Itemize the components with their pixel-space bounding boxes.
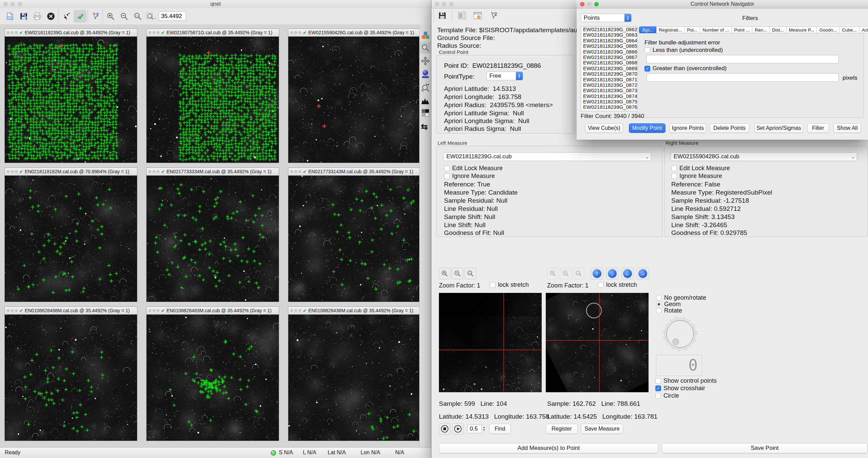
tab-registration[interactable]: Registrati...	[656, 26, 684, 33]
show-crosshair-checkbox[interactable]: ✓Show crosshair	[655, 385, 705, 392]
save-network-button[interactable]	[18, 10, 30, 22]
no-geom-radio[interactable]: No geom/rotate	[656, 294, 706, 301]
tab-point[interactable]: Poi...	[685, 26, 700, 33]
qnet-titlebar[interactable]: qnet	[0, 0, 431, 8]
whats-this-button[interactable]: ?	[488, 9, 500, 22]
close-network-button[interactable]	[45, 10, 57, 22]
band-selection-button[interactable]	[421, 31, 430, 41]
less-than-checkbox[interactable]: Less than (undercontrolled)	[644, 47, 723, 54]
tab-distance[interactable]: Dist...	[770, 26, 787, 33]
geom-radio[interactable]: Geom	[656, 301, 681, 308]
blink-stop-button[interactable]	[439, 423, 450, 435]
right-ignore-checkbox[interactable]: Ignore Measure	[671, 173, 722, 180]
save-point-toolbar-button[interactable]	[436, 9, 448, 22]
point-list-item[interactable]: EW0218118239G_0862	[581, 27, 637, 32]
tab-number-of[interactable]: Number of ...	[700, 26, 732, 33]
minimize-button[interactable]	[442, 2, 446, 6]
whats-this-button[interactable]: ?	[90, 10, 102, 22]
point-list-item[interactable]: EW0218118239G_0875	[581, 99, 637, 104]
point-list-item[interactable]: EW0218118239G_0868	[581, 60, 637, 65]
nudge-up-button[interactable]: ↑	[591, 268, 603, 279]
zoom-window-button[interactable]	[449, 2, 454, 6]
navigator-mode-select[interactable]: Points ▲▼	[581, 14, 632, 22]
find-button[interactable]: Find	[489, 424, 511, 434]
stats-tool-button[interactable]	[421, 108, 430, 119]
rotation-dial[interactable]	[658, 314, 702, 355]
qnet-window-controls[interactable]	[3, 2, 22, 6]
zoom-window-button[interactable]	[18, 2, 22, 6]
point-editor-button[interactable]	[61, 10, 73, 22]
minimize-button[interactable]	[587, 2, 592, 6]
left-chip-zoom-out-button[interactable]	[452, 268, 463, 279]
point-list-item[interactable]: EW0218118239G_0876	[581, 104, 637, 110]
register-button[interactable]: Register	[546, 424, 578, 434]
close-button[interactable]	[580, 2, 584, 6]
point-list-item[interactable]: EW0218118239G_0870	[581, 71, 637, 77]
blink-rate-spinner[interactable]: 0.5 ▲▼	[467, 424, 485, 433]
zoom-fit-button[interactable]: ⌄	[144, 10, 158, 22]
find-tool-button[interactable]	[421, 83, 430, 94]
print-button[interactable]	[31, 10, 43, 22]
cube-image[interactable]	[5, 315, 137, 441]
save-measure-button[interactable]: Save Measure	[581, 424, 623, 434]
left-ignore-checkbox[interactable]: Ignore Measure	[444, 173, 495, 180]
registration-template-button[interactable]	[471, 9, 484, 22]
cube-image[interactable]	[5, 176, 137, 302]
right-chip-zoom-out-button[interactable]	[560, 268, 572, 279]
pan-tool-button[interactable]	[421, 56, 430, 67]
circle-checkbox[interactable]: Circle	[655, 392, 679, 399]
point-list-item[interactable]: EW0218118239G_0866	[581, 49, 637, 55]
qnet-tool-window-controls[interactable]	[435, 2, 454, 6]
cube-image[interactable]	[147, 176, 279, 302]
tab-jigsaw[interactable]: Jigs...	[639, 26, 656, 33]
point-list-item[interactable]: EW0218118239G_0867	[581, 55, 637, 60]
cube-image[interactable]	[288, 315, 421, 441]
right-chip-zoom-actual-button[interactable]: 1:1	[573, 268, 584, 279]
point-list-item[interactable]: EW0218118239G_0871	[581, 77, 637, 82]
points-list[interactable]: EW0218118239G_0862 EW0218118239G_0863 EW…	[581, 26, 637, 111]
tab-measure-properties[interactable]: Measure P...	[787, 26, 817, 33]
blink-rate-value[interactable]: 0.5	[467, 424, 482, 433]
left-edit-lock-checkbox[interactable]: Edit Lock Measure	[444, 165, 503, 172]
filter-button[interactable]: Filter	[807, 123, 829, 133]
view-cubes-button[interactable]: View Cube(s)	[585, 123, 623, 133]
left-chip-view[interactable]	[439, 293, 542, 392]
zoom-actual-button[interactable]: 1:1	[132, 10, 144, 22]
ignore-points-button[interactable]: Ignore Points	[670, 123, 706, 133]
cube-image[interactable]	[288, 176, 421, 302]
zoom-value-input[interactable]	[159, 12, 186, 21]
tab-cube[interactable]: Cube...	[840, 26, 860, 33]
nudge-right-button[interactable]: →	[637, 268, 649, 279]
tab-point-2[interactable]: Point ...	[732, 26, 752, 33]
right-edit-lock-checkbox[interactable]: Edit Lock Measure	[671, 165, 730, 172]
zoom-out-button[interactable]	[118, 10, 130, 22]
save-point-button[interactable]: Save Point	[662, 443, 868, 453]
open-network-button[interactable]	[4, 10, 16, 22]
zoom-in-button[interactable]	[104, 10, 117, 22]
cube-viewport-titlebar[interactable]: ✔EW0218118239G.cal.cub @ 35.4492% (Gray …	[5, 29, 137, 37]
nudge-left-button[interactable]: ←	[621, 268, 634, 279]
template-editor-button[interactable]	[456, 9, 468, 22]
point-list-item[interactable]: EW0218118239G_0872	[581, 82, 637, 88]
greater-than-input[interactable]	[647, 73, 839, 82]
zoom-tool-button[interactable]	[420, 42, 431, 54]
left-cube-select[interactable]: EW0218118239G.cal.cub ⌄	[443, 152, 651, 161]
point-list-item[interactable]: EW0218118239G_0863	[581, 32, 637, 38]
left-chip-zoom-actual-button[interactable]: 1:1	[465, 268, 476, 279]
navigator-titlebar[interactable]: Control Network Navigator	[577, 0, 868, 8]
point-list-item[interactable]: EW0218118239G_0873	[581, 88, 637, 93]
add-measures-button[interactable]: Add Measure(s) to Point	[439, 443, 658, 453]
point-list-item[interactable]: EW0218118239G_0865	[581, 43, 637, 49]
left-chip-zoom-in-button[interactable]	[439, 268, 450, 279]
cube-image[interactable]	[147, 37, 279, 163]
tab-goodness[interactable]: Goodn...	[817, 26, 840, 33]
modify-point-button[interactable]: Modify Point	[629, 123, 666, 133]
left-lock-stretch-checkbox[interactable]: lock stretch	[490, 281, 529, 288]
point-list-item[interactable]: EW0218118239G_0874	[581, 94, 637, 99]
right-lock-stretch-checkbox[interactable]: lock stretch	[598, 281, 637, 288]
show-control-points-checkbox[interactable]: Show control points	[655, 377, 717, 384]
blink-play-button[interactable]	[452, 423, 464, 435]
nudge-down-button[interactable]: ↓	[606, 268, 618, 279]
rotate-radio[interactable]: Rotate	[656, 307, 682, 314]
point-list-item[interactable]: EW0218118239G_0869	[581, 66, 637, 71]
